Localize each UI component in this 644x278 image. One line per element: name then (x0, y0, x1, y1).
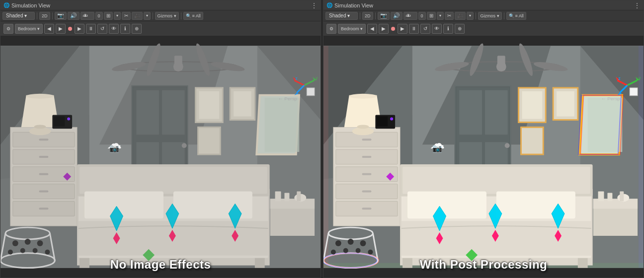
svg-text:← Persp: ← Persp (278, 96, 298, 101)
left-play-btn[interactable]: ▶ (75, 24, 84, 34)
right-main-toolbar: Shaded ▾ 2D 📷 🔊 👁 0 ⊞ ▾ ✂ 🎥 ▾ Gizmos ▾ 🔍… (323, 10, 644, 21)
svg-rect-170 (620, 192, 624, 202)
left-next-btn[interactable]: ▶ (56, 24, 66, 34)
left-overlay-text: No Image Effects (110, 258, 211, 272)
right-transform-btn[interactable]: ✂ (445, 12, 454, 20)
left-audio-btn[interactable]: 🔊 (68, 12, 80, 20)
right-shading-dropdown[interactable]: Shaded ▾ (325, 12, 358, 20)
rsep2 (375, 12, 376, 19)
right-layers-btn[interactable]: ⊞ (427, 12, 436, 20)
right-audio-btn[interactable]: 🔊 (391, 12, 402, 20)
svg-rect-129 (521, 127, 544, 154)
left-render-count[interactable]: 0 (95, 12, 103, 20)
svg-rect-144 (362, 191, 372, 193)
svg-point-46 (34, 125, 46, 129)
right-eye-btn[interactable]: 👁 (432, 24, 442, 34)
right-settings-btn[interactable]: ⚙ (326, 24, 336, 34)
left-search-btn[interactable]: 🔍 ≡ All (183, 12, 203, 20)
svg-rect-167 (598, 192, 604, 202)
left-pause-btn[interactable]: ⏸ (86, 24, 96, 34)
left-panel: 🌐 Simulation View ⋮ Shaded ▾ 2D 📷 🔊 👁 0 … (0, 0, 321, 278)
svg-point-117 (496, 62, 506, 71)
svg-point-124 (505, 143, 510, 148)
svg-rect-29 (265, 98, 300, 152)
svg-point-71 (12, 240, 18, 246)
right-scene-toolbar: ⚙ Bedroom▾ ◀ ▶ ▶ ⏸ ↺ 👁 ℹ ⊕ (323, 21, 644, 36)
left-shading-dropdown[interactable]: Shaded ▾ (2, 12, 35, 20)
right-panel: 🌐 Simulation View ⋮ Shaded ▾ 2D 📷 🔊 👁 0 … (323, 0, 644, 278)
right-camera-mode[interactable]: 🎥 (455, 12, 466, 20)
left-panel-menu[interactable]: ⋮ (311, 1, 318, 9)
left-camera-mode[interactable]: 🎥 (132, 12, 143, 20)
svg-point-73 (37, 240, 43, 246)
right-layers-dropdown[interactable]: ▾ (437, 12, 444, 20)
svg-point-15 (173, 62, 183, 71)
sep4 (181, 12, 181, 19)
left-target-btn[interactable]: ⊕ (132, 24, 142, 34)
svg-rect-161 (402, 167, 590, 194)
right-play-btn[interactable]: ▶ (398, 24, 407, 34)
left-effects-btn[interactable]: 👁 (80, 12, 94, 20)
right-target-btn[interactable]: ⊕ (455, 24, 465, 34)
right-camera-dropdown[interactable]: ▾ (467, 12, 474, 20)
svg-point-147 (349, 94, 377, 99)
right-preset-btn[interactable]: Bedroom▾ (338, 24, 366, 34)
right-search-btn[interactable]: 🔍 ≡ All (506, 12, 526, 20)
svg-text:z: z (295, 76, 298, 81)
left-layers-btn[interactable]: ⊞ (104, 12, 113, 20)
left-prev-btn[interactable]: ◀ (44, 24, 54, 34)
svg-rect-141 (362, 139, 372, 140)
svg-rect-27 (198, 127, 221, 154)
svg-text:y: y (316, 75, 318, 80)
rsep3 (476, 12, 476, 19)
right-overlay-text: With Post Processing (420, 258, 548, 272)
svg-point-178 (348, 239, 354, 245)
left-eye-btn[interactable]: 👁 (109, 24, 119, 34)
svg-rect-168 (607, 193, 612, 202)
svg-point-181 (343, 248, 348, 253)
left-cam-btn[interactable]: 📷 (55, 12, 67, 20)
right-info-btn[interactable]: ℹ (443, 24, 453, 34)
svg-point-77 (45, 250, 50, 255)
svg-point-150 (357, 125, 369, 129)
svg-text:z: z (618, 76, 621, 81)
sim-icon-right: 🌐 (326, 2, 332, 8)
left-preset-btn[interactable]: Bedroom▾ (15, 24, 43, 34)
left-info-btn[interactable]: ℹ (120, 24, 130, 34)
svg-point-153 (390, 117, 393, 120)
right-prev-btn[interactable]: ◀ (367, 24, 377, 34)
svg-point-76 (33, 248, 38, 253)
left-record-dot (68, 27, 72, 31)
svg-rect-41 (39, 208, 49, 209)
left-camera-dropdown[interactable]: ▾ (144, 12, 151, 20)
svg-point-74 (8, 250, 13, 255)
left-viewport[interactable]: ☁ 📷 (0, 36, 321, 278)
left-gizmos-dropdown[interactable]: Gizmos ▾ (155, 12, 179, 20)
left-step-btn[interactable]: ↺ (97, 24, 107, 34)
left-title-bar: 🌐 Simulation View ⋮ (0, 0, 321, 10)
right-effects-btn[interactable]: 👁 (403, 12, 417, 20)
right-cam-btn[interactable]: 📷 (378, 12, 390, 20)
svg-rect-57 (80, 167, 267, 194)
left-scene-toolbar: ⚙ Bedroom▾ ◀ ▶ ▶ ⏸ ↺ 👁 ℹ ⊕ (0, 21, 321, 36)
svg-rect-37 (39, 139, 49, 140)
left-transform-btn[interactable]: ✂ (122, 12, 131, 20)
right-2d-btn[interactable]: 2D (362, 12, 373, 20)
svg-rect-18 (136, 90, 159, 135)
right-scene-render: ☁ 📷 (323, 36, 644, 278)
right-viewport[interactable]: ☁ 📷 (323, 36, 644, 278)
right-gizmos-dropdown[interactable]: Gizmos ▾ (478, 12, 502, 20)
right-pause-btn[interactable]: ⏸ (409, 24, 419, 34)
svg-point-182 (356, 248, 361, 253)
right-render-count[interactable]: 0 (418, 12, 426, 20)
left-2d-btn[interactable]: 2D (39, 12, 50, 20)
right-title-bar: 🌐 Simulation View ⋮ (323, 0, 644, 10)
left-layers-dropdown[interactable]: ▾ (114, 12, 121, 20)
svg-rect-66 (297, 192, 301, 202)
svg-rect-145 (362, 208, 372, 209)
svg-rect-48 (54, 117, 65, 127)
right-panel-menu[interactable]: ⋮ (634, 1, 641, 9)
right-step-btn[interactable]: ↺ (420, 24, 430, 34)
right-next-btn[interactable]: ▶ (379, 24, 389, 34)
left-settings-btn[interactable]: ⚙ (3, 24, 13, 34)
